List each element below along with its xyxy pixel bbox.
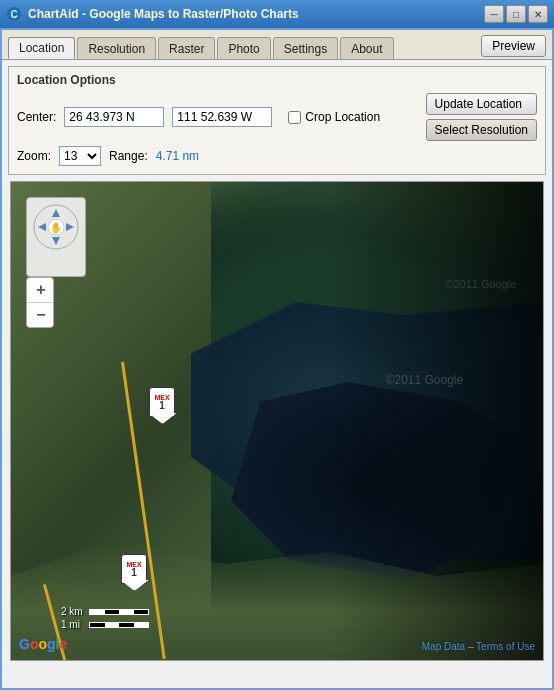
- svg-text:✋: ✋: [50, 221, 63, 234]
- map-data-link[interactable]: Map Data: [422, 641, 465, 652]
- title-bar-controls: ─ □ ✕: [484, 5, 548, 23]
- map-attribution: Map Data – Terms of Use: [422, 641, 535, 652]
- nav-control: ✋: [26, 197, 86, 277]
- scale-km-row: 2 km: [61, 606, 149, 617]
- tab-raster[interactable]: Raster: [158, 37, 215, 59]
- mex-shield-mid: MEX 1: [121, 554, 147, 584]
- tab-photo[interactable]: Photo: [217, 37, 270, 59]
- center-label: Center:: [17, 110, 56, 124]
- center-lat-input[interactable]: [64, 107, 164, 127]
- tab-settings[interactable]: Settings: [273, 37, 338, 59]
- map-container[interactable]: ✋ + − MEX 1 MEX: [10, 181, 544, 661]
- minimize-button[interactable]: ─: [484, 5, 504, 23]
- mex-marker-top: MEX 1: [149, 387, 175, 417]
- zoom-out-button[interactable]: −: [27, 303, 54, 327]
- center-lon-input[interactable]: [172, 107, 272, 127]
- scale-mi-bar: [89, 622, 149, 628]
- zoom-row: Zoom: 13 10 11 12 14 15 16 Range: 4.71 n…: [17, 146, 537, 166]
- title-bar-left: C ChartAid - Google Maps to Raster/Photo…: [6, 6, 299, 22]
- tabs-row: Location Resolution Raster Photo Setting…: [2, 30, 552, 60]
- content-area: Location Options Center: Crop Location U…: [2, 60, 552, 667]
- scale-mi-label: 1 mi: [61, 619, 89, 630]
- zoom-label: Zoom:: [17, 149, 51, 163]
- tab-resolution[interactable]: Resolution: [77, 37, 156, 59]
- mex-num-top: 1: [159, 401, 165, 411]
- crop-location-checkbox[interactable]: [288, 111, 301, 124]
- mex-shield-top: MEX 1: [149, 387, 175, 417]
- preview-button[interactable]: Preview: [481, 35, 546, 57]
- range-label: Range:: [109, 149, 148, 163]
- location-options-title: Location Options: [17, 73, 537, 87]
- crop-location-label: Crop Location: [305, 110, 380, 124]
- select-resolution-button[interactable]: Select Resolution: [426, 119, 537, 141]
- title-bar-text: ChartAid - Google Maps to Raster/Photo C…: [28, 7, 299, 21]
- scale-km-label: 2 km: [61, 606, 89, 617]
- svg-text:C: C: [10, 9, 17, 20]
- app-icon: C: [6, 6, 22, 22]
- update-location-button[interactable]: Update Location: [426, 93, 537, 115]
- close-button[interactable]: ✕: [528, 5, 548, 23]
- range-value: 4.71 nm: [156, 149, 199, 163]
- mex-marker-mid: MEX 1: [121, 554, 147, 584]
- scale-mi-row: 1 mi: [61, 619, 149, 630]
- nav-arrows-svg: ✋: [32, 203, 80, 251]
- maximize-button[interactable]: □: [506, 5, 526, 23]
- nav-arrows[interactable]: ✋: [32, 203, 80, 251]
- zoom-in-button[interactable]: +: [27, 278, 54, 302]
- mex-num-mid: 1: [131, 568, 137, 578]
- tab-about[interactable]: About: [340, 37, 393, 59]
- zoom-select[interactable]: 13 10 11 12 14 15 16: [59, 146, 101, 166]
- zoom-control: + −: [26, 277, 54, 328]
- attribution-sep: –: [468, 641, 476, 652]
- title-bar: C ChartAid - Google Maps to Raster/Photo…: [0, 0, 554, 28]
- main-window: Location Resolution Raster Photo Setting…: [0, 28, 554, 690]
- location-options-panel: Location Options Center: Crop Location U…: [8, 66, 546, 175]
- scale-km-bar: [89, 609, 149, 615]
- map-scale: 2 km 1 mi: [61, 606, 149, 630]
- google-logo: Google: [19, 636, 67, 652]
- tab-location[interactable]: Location: [8, 37, 75, 59]
- terms-of-use-link[interactable]: Terms of Use: [476, 641, 535, 652]
- google-logo-text: Google: [19, 636, 67, 652]
